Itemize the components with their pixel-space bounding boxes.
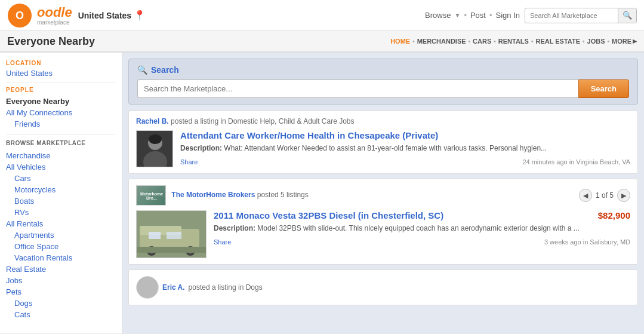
listing-1-description: Description: What: Attendant Worker Need… [180,143,630,154]
cat-cars[interactable]: CARS [473,38,491,45]
cat-merchandise[interactable]: MERCHANDISE [417,38,466,45]
svg-text:O: O [16,10,24,22]
oodle-logo-icon: O [7,3,32,28]
listing-2-title[interactable]: 2011 Monaco Vesta 32PBS Diesel (in Chest… [214,210,443,220]
listing-3-header: Eric A. posted a listing in Dogs [136,276,630,299]
sidebar-item-everyone-nearby[interactable]: Everyone Nearby [6,96,116,107]
listing-card-1: Rachel B. posted a listing in Domestic H… [128,111,638,174]
cat-real-estate[interactable]: REAL ESTATE [535,38,580,45]
listing-2-broker-thumb: Motorhome Bro... [136,185,166,206]
cat-home[interactable]: HOME [390,38,410,45]
marketplace-search-input[interactable] [137,79,578,98]
location-text: United States [78,11,131,20]
search-box-title: 🔍 Search [137,65,629,75]
more-dropdown-icon: ▶ [633,38,637,44]
listing-1-header-left: Rachel B. posted a listing in Domestic H… [136,117,355,125]
listing-1-avatar [136,130,173,167]
sidebar-item-friends[interactable]: Friends [6,118,116,130]
svg-point-5 [149,134,162,144]
marketplace-search-button[interactable]: Search [578,79,629,98]
header-search-form: 🔍 [525,8,637,23]
listing-1-share[interactable]: Share [180,158,198,166]
sidebar-item-all-connections[interactable]: All My Connections [6,107,116,118]
sidebar-item-boats[interactable]: Boats [6,195,116,207]
search-input-row: Search [137,79,629,98]
header-nav: Browse ▼ • Post • Sign In [425,11,520,20]
category-nav: HOME • MERCHANDISE • CARS • RENTALS • RE… [390,38,637,45]
listing-1-footer: Share 24 minutes ago in Virginia Beach, … [180,158,630,166]
sidebar-divider-2 [6,134,116,135]
sidebar-location-value[interactable]: United States [6,69,116,78]
sidebar: LOCATION United States PEOPLE Everyone N… [0,53,122,333]
sign-in-link[interactable]: Sign In [496,11,520,20]
listing-2-thumbnail [136,210,207,258]
top-header: O oodle marketplace United States 📍 Brow… [0,0,644,31]
svg-rect-10 [167,232,181,239]
search-box: 🔍 Search Search [128,59,638,105]
location-pin-icon: 📍 [134,10,146,21]
listing-1-user[interactable]: Rachel B. [136,117,169,125]
nav-separator-1: • [464,11,467,20]
listing-2-header-left: Motorhome Bro... The MotorHome Brokers p… [136,185,309,206]
logo-text: oodle [37,5,72,20]
main-layout: LOCATION United States PEOPLE Everyone N… [0,53,644,333]
sidebar-item-jobs[interactable]: Jobs [6,275,116,286]
listing-3-avatar [136,276,159,299]
listing-card-2: Motorhome Bro... The MotorHome Brokers p… [128,179,638,265]
listing-2-user[interactable]: The MotorHome Brokers [171,191,255,199]
pagination-next-button[interactable]: ▶ [617,189,630,202]
cat-dot-3: • [494,38,496,45]
listing-2-description: Description: Model 32PBS with slide-out.… [214,223,630,234]
header-search-button[interactable]: 🔍 [618,8,636,23]
listing-1-title[interactable]: Attendant Care Worker/Home Health in Che… [180,130,630,140]
listing-1-action: posted a listing in Domestic Help, Child… [171,117,354,125]
sidebar-item-cats[interactable]: Cats [6,309,116,320]
pagination-prev-button[interactable]: ◀ [579,189,592,202]
listing-2-price: $82,900 [598,210,630,220]
header-search-input[interactable] [525,12,618,19]
sidebar-item-merchandise[interactable]: Merchandise [6,150,116,161]
listing-2-pagination: ◀ 1 of 5 ▶ [579,189,630,202]
listing-3-user[interactable]: Eric A. [162,283,185,292]
sidebar-item-cars[interactable]: Cars [6,173,116,184]
sidebar-item-all-vehicles[interactable]: All Vehicles [6,161,116,173]
motorhome-svg [137,211,207,258]
sidebar-item-motorcycles[interactable]: Motorcycles [6,184,116,195]
header-right: Browse ▼ • Post • Sign In 🔍 [425,8,637,23]
sidebar-item-vacation-rentals[interactable]: Vacation Rentals [6,252,116,263]
listing-2-body: 2011 Monaco Vesta 32PBS Diesel (in Chest… [136,210,630,258]
listing-2-share[interactable]: Share [214,238,231,246]
cat-dot-5: • [583,38,585,45]
sidebar-item-office-space[interactable]: Office Space [6,241,116,252]
sidebar-item-apartments[interactable]: Apartments [6,229,116,241]
listing-2-footer: Share 3 weeks ago in Salisbury, MD [214,238,630,246]
listing-2-details: 2011 Monaco Vesta 32PBS Diesel (in Chest… [214,210,630,258]
sidebar-divider-1 [6,82,116,83]
listing-3-action: posted a listing in Dogs [189,283,263,292]
browse-link[interactable]: Browse [425,11,451,20]
cat-rentals[interactable]: RENTALS [498,38,529,45]
post-link[interactable]: Post [470,11,486,20]
listing-1-details: Attendant Care Worker/Home Health in Che… [180,130,630,167]
listing-2-action: posted 5 listings [257,191,309,199]
cat-dot-6: • [607,38,609,45]
listing-2-time: 3 weeks ago in Salisbury, MD [544,238,630,246]
sidebar-item-rvs[interactable]: RVs [6,207,116,218]
sidebar-item-real-estate[interactable]: Real Estate [6,263,116,275]
listing-1-time: 24 minutes ago in Virginia Beach, VA [522,158,630,166]
svg-rect-15 [137,247,207,253]
svg-rect-9 [149,232,161,239]
listing-2-header: Motorhome Bro... The MotorHome Brokers p… [136,185,630,206]
cat-jobs[interactable]: JOBS [587,38,605,45]
sidebar-item-all-rentals[interactable]: All Rentals [6,218,116,229]
listing-2-details-row: 2011 Monaco Vesta 32PBS Diesel (in Chest… [214,210,630,223]
cat-more[interactable]: MORE ▶ [612,38,637,45]
location-display[interactable]: United States 📍 [78,10,146,21]
sidebar-item-pets[interactable]: Pets [6,286,116,298]
sidebar-people-title: PEOPLE [6,87,116,93]
sidebar-item-dogs[interactable]: Dogs [6,298,116,309]
sidebar-browse-title: BROWSE MARKETPLACE [6,140,116,146]
listing-1-header: Rachel B. posted a listing in Domestic H… [136,117,630,125]
page-title: Everyone Nearby [7,35,95,48]
cat-dot-4: • [531,38,534,45]
